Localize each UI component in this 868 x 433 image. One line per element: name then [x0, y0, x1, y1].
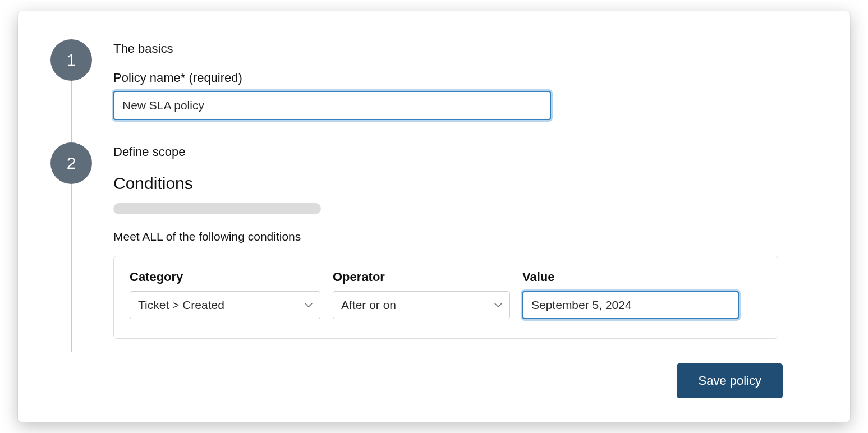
category-select[interactable] [130, 291, 320, 319]
value-column-label: Value [522, 270, 739, 284]
step-scope: 2 Define scope Conditions Meet ALL of th… [50, 142, 818, 339]
operator-select[interactable] [333, 291, 510, 319]
conditions-heading: Conditions [113, 174, 818, 193]
step-connector [71, 184, 72, 352]
conditions-intro: Meet ALL of the following conditions [113, 230, 818, 243]
actions-row: Save policy [677, 363, 783, 398]
category-column-label: Category [130, 270, 320, 284]
operator-column-label: Operator [333, 270, 510, 284]
step-number-2: 2 [67, 154, 76, 173]
step-basics-title: The basics [113, 42, 818, 56]
policy-form-panel: 1 The basics Policy name* (required) 2 D… [18, 11, 850, 422]
step-basics: 1 The basics Policy name* (required) [50, 39, 818, 120]
condition-operator-column: Operator [333, 270, 510, 319]
step-indicator-2: 2 [50, 142, 92, 184]
step-connector [71, 81, 72, 148]
step-number-1: 1 [67, 50, 76, 70]
conditions-description-placeholder [113, 203, 321, 214]
conditions-box: Category Operator [113, 256, 778, 339]
step-indicator-1: 1 [50, 39, 92, 81]
condition-category-column: Category [130, 270, 320, 319]
policy-name-label: Policy name* (required) [113, 71, 818, 85]
condition-value-column: Value [522, 270, 739, 319]
category-select-wrap [130, 291, 320, 319]
value-input[interactable] [522, 291, 739, 319]
step-scope-body: Define scope Conditions Meet ALL of the … [113, 142, 818, 339]
operator-select-wrap [333, 291, 510, 319]
step-scope-title: Define scope [113, 145, 818, 159]
save-policy-button[interactable]: Save policy [677, 363, 783, 398]
policy-name-input[interactable] [113, 91, 551, 120]
step-basics-body: The basics Policy name* (required) [113, 39, 818, 120]
